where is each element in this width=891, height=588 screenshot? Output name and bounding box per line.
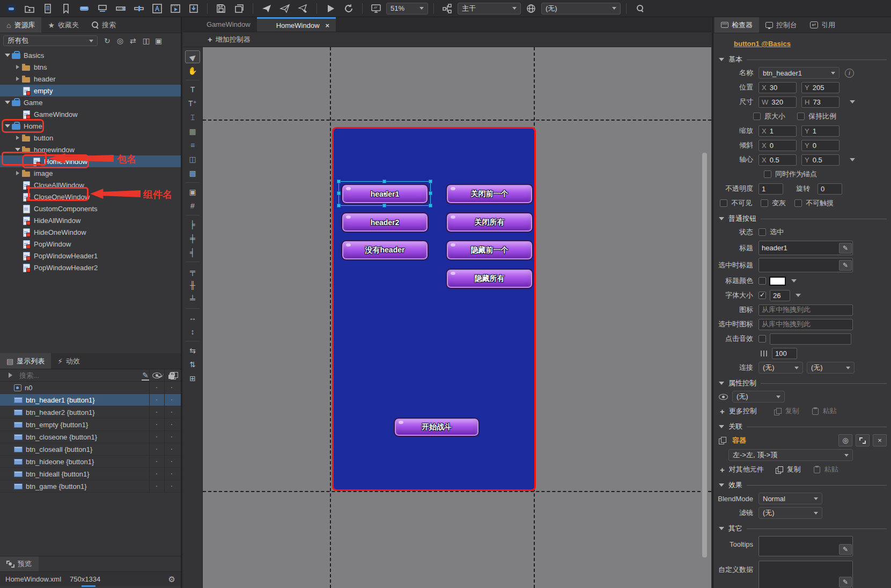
lock-toggle[interactable] <box>164 406 179 418</box>
tree-item[interactable]: header <box>0 73 181 85</box>
tab-transitions[interactable]: ⚡ 动效 <box>51 353 86 369</box>
gear-icon[interactable]: ⚙ <box>168 575 175 584</box>
save-button[interactable] <box>213 2 229 16</box>
tree-item[interactable]: btns <box>0 61 181 73</box>
resize-handle[interactable] <box>429 191 432 195</box>
stage-button[interactable]: 关闭所有 <box>446 212 533 233</box>
info-icon[interactable]: i <box>845 69 854 78</box>
align-left-tool[interactable]: ╞ <box>185 218 200 231</box>
play-button[interactable] <box>322 2 338 16</box>
tab-gamewindow[interactable]: GameWindow <box>187 17 257 32</box>
language-select[interactable]: (无) <box>541 3 621 14</box>
locate-icon[interactable]: ◎ <box>117 37 123 44</box>
opacity-field[interactable]: 1 <box>759 183 783 195</box>
position-y-field[interactable]: Y205 <box>801 82 840 93</box>
stage-button[interactable]: 没有header <box>341 240 429 260</box>
paste-button[interactable]: 粘贴 <box>824 465 838 474</box>
blendmode-select[interactable]: Normal <box>759 493 822 504</box>
scale-x-field[interactable]: X1 <box>759 125 797 137</box>
stage-button[interactable]: 隐藏所有 <box>446 269 533 289</box>
tree-item[interactable]: image <box>0 167 181 179</box>
untouchable-checkbox[interactable] <box>794 199 802 207</box>
tree-item[interactable]: empty <box>0 85 181 96</box>
text-widget-button[interactable] <box>149 2 165 16</box>
tab-search[interactable]: 搜索 <box>85 17 122 33</box>
lock-toggle[interactable] <box>164 419 179 430</box>
search-icon[interactable] <box>632 2 648 16</box>
section-basic[interactable]: 基本 <box>719 55 887 64</box>
grayed-checkbox[interactable] <box>761 199 768 207</box>
lock-toggle[interactable] <box>164 456 179 467</box>
align-center-tool[interactable]: ╪ <box>185 232 200 245</box>
tree-item[interactable]: GameWindow <box>0 108 181 120</box>
import-button[interactable] <box>186 2 202 16</box>
remove-relation-button[interactable]: × <box>873 434 887 446</box>
tree-item[interactable]: PopWindow <box>0 238 181 250</box>
display-list-search-input[interactable] <box>19 371 84 379</box>
tree-item[interactable]: Home <box>0 120 181 132</box>
new-package-button[interactable] <box>21 2 38 16</box>
pivot-x-field[interactable]: X0.5 <box>759 154 797 166</box>
edit-icon[interactable]: ✎ <box>839 243 852 254</box>
original-size-checkbox[interactable] <box>753 113 761 120</box>
tree-item[interactable]: PopWindowHeader2 <box>0 262 181 273</box>
tab-references[interactable]: ↵ 引用 <box>804 17 842 33</box>
title-color-swatch[interactable] <box>769 277 786 286</box>
design-canvas[interactable]: header1 header2 没有header 关闭前一个 关闭所有 隐藏前一… <box>203 47 711 588</box>
tree-item[interactable]: HideOneWindow <box>0 226 181 238</box>
h-spacing-tool[interactable]: ⇆ <box>185 344 200 357</box>
resize-handle[interactable] <box>337 191 341 195</box>
resize-handle[interactable] <box>382 180 386 183</box>
select-tool[interactable]: ▶ <box>185 50 200 63</box>
skew-y-field[interactable]: Y0 <box>801 140 840 151</box>
anchor-checkbox[interactable] <box>764 170 771 178</box>
text-tool[interactable]: T <box>185 83 200 96</box>
tab-console[interactable]: 控制台 <box>759 17 804 33</box>
stage-button[interactable]: 关闭前一个 <box>446 184 533 204</box>
expand-arrow-icon[interactable] <box>13 136 22 140</box>
more-controls-button[interactable]: 更多控制 <box>729 406 757 416</box>
paste-icon[interactable] <box>814 466 820 473</box>
visibility-toggle[interactable] <box>149 456 164 467</box>
display-list-item[interactable]: btn_empty {button1} <box>0 419 181 431</box>
tool-button[interactable] <box>186 182 200 183</box>
icon-drop-field[interactable]: 从库中拖拽到此 <box>759 304 853 316</box>
font-size-checkbox[interactable] <box>759 292 766 299</box>
relation-rule-select[interactable]: 左->左, 顶->顶 <box>728 449 853 461</box>
title-color-checkbox[interactable] <box>759 277 766 285</box>
section-misc[interactable]: 其它 <box>719 524 887 533</box>
grid-tool[interactable]: ⊞ <box>185 372 200 385</box>
checked-checkbox[interactable] <box>759 228 766 236</box>
device-test-button[interactable] <box>368 2 384 16</box>
columns-icon[interactable]: ▯▯ <box>143 37 149 44</box>
paste-icon[interactable] <box>812 408 819 415</box>
lock-toggle[interactable] <box>164 468 179 480</box>
list-tool[interactable]: ≡ <box>185 139 200 152</box>
v-spacing-tool[interactable]: ⇅ <box>185 358 200 371</box>
display-list-item[interactable]: btn_hideall {button1} <box>0 468 181 480</box>
image-tool[interactable]: ▦ <box>185 125 200 138</box>
visibility-toggle[interactable] <box>149 468 164 480</box>
locate-target-button[interactable]: ◎ <box>838 434 852 446</box>
stage-button-start-battle[interactable]: 开始战斗 <box>394 418 480 437</box>
loader-tool[interactable]: ▩ <box>185 167 200 180</box>
visibility-toggle[interactable] <box>149 419 164 430</box>
copy-button[interactable]: 复制 <box>785 406 799 416</box>
align-top-tool[interactable]: ╤ <box>185 265 200 278</box>
tab-homewindow[interactable]: HomeWindow × <box>257 17 336 32</box>
size-w-field[interactable]: W320 <box>759 96 797 108</box>
branch-select[interactable]: 主干 <box>458 3 521 14</box>
expand-arrow-icon[interactable] <box>13 65 22 69</box>
new-component-button[interactable] <box>40 2 56 16</box>
publish-settings-button[interactable] <box>295 2 311 16</box>
label-widget-button[interactable] <box>94 2 111 16</box>
filter-select[interactable]: (无) <box>759 507 822 519</box>
resize-handle[interactable] <box>337 204 341 207</box>
display-list-item[interactable]: btn_header2 {button1} <box>0 406 181 419</box>
section-button[interactable]: 普通按钮 <box>719 214 887 224</box>
edit-icon[interactable]: ✎ <box>839 260 852 271</box>
component-tool[interactable]: ▣ <box>185 185 200 198</box>
prop-control-select[interactable]: (无) <box>732 391 785 403</box>
display-list-item[interactable]: btn_closeone {button1} <box>0 431 181 443</box>
volume-field[interactable]: 100 <box>772 348 797 359</box>
